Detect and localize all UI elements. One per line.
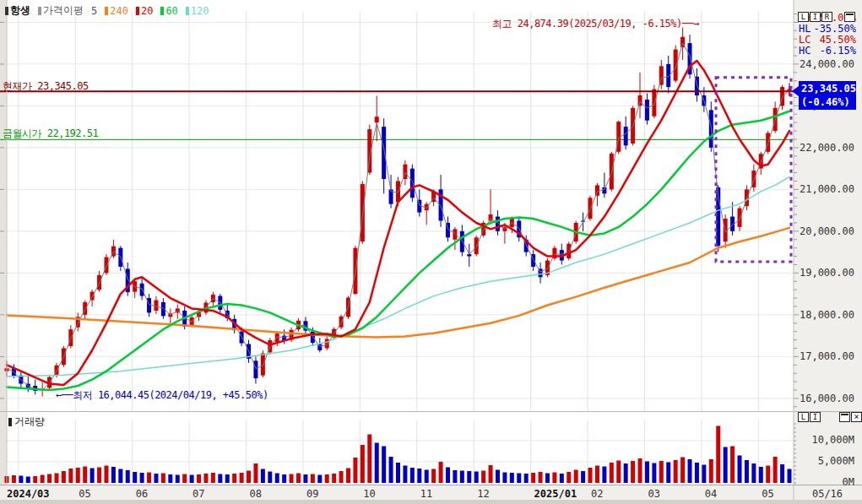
x-axis-label: 2024/03 [7, 488, 50, 500]
lowest-price-annotation: ←──최저 16,044.45(2024/04/19, +45.50%) [56, 388, 268, 403]
volume-bar [389, 457, 393, 483]
candle [595, 185, 599, 195]
legend-item: 120 [186, 5, 209, 17]
stat-value: -6.15% [820, 46, 856, 57]
volume-bar [367, 435, 371, 484]
volume-bar [702, 465, 706, 484]
volume-bar [54, 474, 58, 484]
chart-r-button[interactable]: R [821, 12, 832, 22]
candle [588, 198, 593, 219]
volume-bar [26, 477, 30, 484]
volume-bar [616, 461, 621, 484]
legend-label: 120 [191, 5, 209, 17]
legend-chip-icon [5, 7, 8, 15]
candle [652, 89, 656, 117]
volume-bar [317, 475, 322, 484]
candle [410, 169, 415, 198]
legend-item: 가격이평 [38, 3, 84, 18]
volume-bar [431, 469, 436, 484]
window-bottom-strip [0, 500, 862, 504]
volume-bar [560, 474, 564, 483]
legend-chip-icon [186, 7, 189, 15]
volume-bar [104, 466, 108, 484]
volume-bar [68, 469, 73, 483]
volume-bar [453, 470, 457, 483]
volume-bar [253, 463, 258, 483]
volume-bar [780, 464, 784, 483]
volume-bar [311, 474, 315, 484]
maximize-icon[interactable] [844, 12, 855, 22]
chart-i-button[interactable]: I [810, 12, 821, 22]
volume-bar [709, 459, 713, 483]
volume-bar [602, 467, 606, 484]
x-axis-label: 12 [477, 488, 489, 500]
candle [738, 209, 742, 227]
chart-button-row: LIR [798, 12, 833, 22]
volume-bar [211, 473, 215, 483]
volume-bar [730, 447, 735, 484]
candle [275, 333, 279, 342]
volume-bar [83, 467, 87, 484]
candle [325, 339, 329, 349]
x-axis-label: 03 [648, 488, 659, 500]
volume-bar [154, 474, 158, 483]
volume-bar [41, 475, 45, 484]
volume-bar [674, 460, 678, 483]
volume-bar [439, 462, 443, 483]
candle [674, 50, 678, 81]
candle [602, 187, 606, 193]
current-price-tag: 23,345.05 (-0.46%) [799, 81, 856, 110]
candle [375, 117, 379, 122]
volume-bar [182, 474, 187, 484]
volume-bar [197, 474, 201, 483]
candle [253, 360, 258, 378]
volume-bar [161, 474, 165, 484]
volume-bar [240, 473, 244, 483]
volume-bar [176, 475, 180, 484]
volume-bar [738, 456, 742, 484]
volume-bar [531, 473, 535, 483]
volume-bar [567, 472, 571, 483]
legend-item: 240 [105, 5, 128, 17]
candle [460, 231, 464, 252]
volume-bar [282, 474, 286, 483]
restore-icon[interactable] [839, 412, 850, 422]
candle [638, 95, 642, 106]
volume-bar [76, 468, 80, 483]
x-axis-label: 07 [192, 488, 204, 500]
volume-bar [396, 463, 400, 483]
candle [666, 64, 670, 87]
volume-bar [168, 474, 172, 483]
volume-bar [773, 457, 778, 483]
volume-bar [631, 461, 635, 483]
volume-bar [666, 463, 670, 484]
volume-bar [133, 472, 137, 483]
volume-axis-label: 5,000M [795, 455, 854, 467]
legend-chip-icon [160, 7, 164, 15]
x-axis-label: 10 [363, 488, 375, 500]
volume-bar [353, 458, 357, 483]
volume-window-controls: × [839, 412, 862, 422]
volume-bar [467, 471, 471, 483]
chart-canvas[interactable] [0, 0, 862, 504]
legend-label: 60 [165, 5, 177, 17]
volume-l-button[interactable]: L [798, 412, 809, 422]
volume-bar [595, 466, 599, 484]
volume-bar [303, 474, 307, 483]
legend-chip-icon [38, 7, 41, 15]
volume-bar [695, 463, 699, 483]
volume-bar [126, 470, 130, 483]
volume-bar [339, 471, 344, 483]
volume-bar [33, 476, 37, 483]
volume-i-button[interactable]: I [810, 412, 821, 422]
volume-chip-icon [8, 418, 12, 426]
volume-bar [724, 447, 728, 484]
close-icon[interactable]: × [851, 412, 862, 422]
price-tag-arrow-icon [792, 86, 799, 96]
volume-axis-label: 10,000M [795, 434, 854, 446]
volume-bar [645, 462, 649, 484]
volume-bar [539, 472, 543, 483]
volume-bar [361, 445, 365, 483]
chart-l-button[interactable]: L [798, 12, 809, 22]
y-axis-label: 19,000.00 [795, 267, 854, 279]
